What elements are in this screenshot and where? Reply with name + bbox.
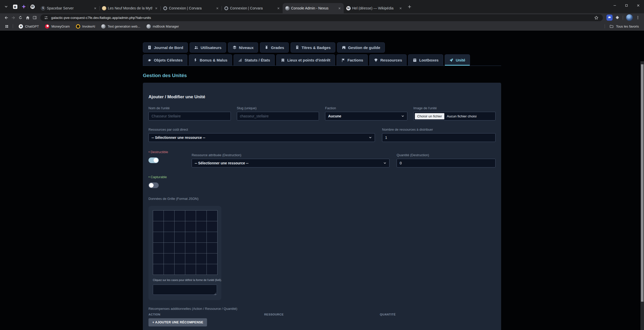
grid-cell[interactable] (164, 253, 175, 264)
unit-name-input[interactable] (148, 112, 231, 120)
grid-json-textarea[interactable] (153, 285, 217, 295)
grid-cell[interactable] (175, 253, 185, 264)
add-reward-button[interactable]: + AJOUTER UNE RÉCOMPENSE (148, 318, 207, 326)
nav-tab-factions[interactable]: Factions (337, 54, 368, 66)
bookmark-invokeai[interactable]: InvokeAI (73, 23, 98, 30)
nav-tab-grades[interactable]: Grades (260, 42, 289, 53)
tab-search-button[interactable] (3, 3, 10, 10)
nav-tab-niveaux[interactable]: Niveaux (228, 42, 258, 53)
url-text[interactable]: galactic-pve-conquest-c7fe.dev.flatlogic… (51, 16, 593, 20)
slug-input[interactable] (237, 112, 319, 120)
grid-cell[interactable] (153, 264, 164, 275)
grid-cell[interactable] (164, 243, 175, 253)
grid-cell[interactable] (185, 221, 196, 232)
nav-tab-journal-de-bord[interactable]: Journal de Bord (143, 42, 188, 53)
home-button[interactable] (24, 14, 31, 21)
tab-close-icon[interactable] (154, 6, 158, 10)
grid-cell[interactable] (175, 221, 185, 232)
grid-cell[interactable] (153, 232, 164, 243)
tab-close-icon[interactable] (276, 6, 281, 10)
grid-cell[interactable] (196, 243, 207, 253)
choose-file-button[interactable]: Choisir un fichier (415, 113, 445, 119)
grid-cell[interactable] (207, 264, 217, 275)
grid-cell[interactable] (153, 243, 164, 253)
apps-shortcut-button[interactable] (3, 23, 10, 30)
bookmark-moneygram[interactable]: MoneyGram (42, 23, 73, 30)
reload-button[interactable] (17, 14, 24, 21)
destructible-toggle[interactable] (148, 157, 159, 163)
grid-cell[interactable] (153, 253, 164, 264)
faction-select[interactable]: Aucune (325, 112, 407, 120)
address-bar[interactable]: galactic-pve-conquest-c7fe.dev.flatlogic… (40, 14, 603, 21)
extension-button[interactable] (606, 15, 613, 21)
grid-cell[interactable] (196, 264, 207, 275)
capturable-toggle[interactable] (148, 182, 159, 188)
close-button[interactable] (632, 0, 644, 11)
tab-close-icon[interactable] (93, 6, 97, 10)
grid-cell[interactable] (185, 211, 196, 221)
bookmark-text-generation-web[interactable]: Text generation web... (98, 23, 143, 30)
scrollbar-thumb[interactable] (641, 64, 643, 302)
nav-tab-objets-celestes[interactable]: Objets Célestes (143, 54, 187, 66)
browser-tab[interactable]: Console Admin - Nexus (283, 3, 344, 13)
new-tab-button[interactable] (406, 3, 413, 10)
nav-tab-unite[interactable]: Unité (445, 54, 470, 66)
bookmark-mdbook-manager[interactable]: mdBook Manager (143, 23, 182, 30)
browser-tab[interactable]: Les Neuf Mondes de la Mytholo (99, 3, 160, 13)
tab-close-icon[interactable] (398, 6, 403, 10)
grid-cell[interactable] (207, 253, 217, 264)
site-settings-button[interactable] (43, 14, 49, 21)
forward-button[interactable] (10, 14, 17, 21)
grid-cell[interactable] (153, 221, 164, 232)
browser-tab[interactable]: WHel (déesse) — Wikipédia (344, 3, 405, 13)
unit-image-file-input[interactable]: Choisir un fichier Aucun fichier choisi (413, 112, 496, 120)
nav-tab-utilisateurs[interactable]: Utilisateurs (190, 42, 226, 53)
grid-cell[interactable] (196, 221, 207, 232)
grid-cell[interactable] (185, 264, 196, 275)
back-button[interactable] (3, 14, 10, 21)
minimize-button[interactable] (609, 0, 620, 11)
grid-cell[interactable] (164, 264, 175, 275)
tab-close-icon[interactable] (215, 6, 220, 10)
nav-tab-lieux-et-points-d-interet[interactable]: Lieux et points d'intérêt (276, 54, 335, 66)
browser-menu-button[interactable] (634, 14, 641, 21)
nav-tab-titres-badges[interactable]: Titres & Badges (291, 42, 335, 53)
cost-resource-select[interactable]: -- Sélectionner une ressource -- (148, 133, 375, 142)
grid-cell[interactable] (196, 232, 207, 243)
grid-cell[interactable] (175, 211, 185, 221)
profile-avatar[interactable] (626, 14, 633, 21)
page-scrollbar[interactable] (640, 61, 644, 330)
bookmark-chatgpt[interactable]: ∗ChatGPT (16, 23, 42, 30)
distribute-count-input[interactable] (382, 133, 496, 142)
grid-cell[interactable] (175, 243, 185, 253)
grid-cell[interactable] (164, 211, 175, 221)
grid-cell[interactable] (164, 232, 175, 243)
grid-cell[interactable] (185, 253, 196, 264)
all-bookmarks-button[interactable]: Tous les favoris (607, 24, 641, 28)
browser-tab[interactable]: Connexion | Corvara (160, 3, 222, 13)
nav-tab-lootboxes[interactable]: Lootboxes (408, 54, 443, 66)
grid-cell[interactable] (207, 221, 217, 232)
grid-cell[interactable] (153, 211, 164, 221)
pinned-tab-gemini[interactable] (19, 2, 28, 11)
browser-tab[interactable]: Connexion | Corvara (222, 3, 283, 13)
nav-tab-gestion-de-guilde[interactable]: Gestion de guilde (337, 42, 385, 53)
grid-cell[interactable] (185, 243, 196, 253)
grid-cell[interactable] (196, 211, 207, 221)
nav-tab-ressources[interactable]: Ressources (369, 54, 407, 66)
nav-tab-bonus-malus[interactable]: Bonus & Malus (189, 54, 232, 66)
maximize-button[interactable] (620, 0, 632, 11)
grid-cell[interactable] (196, 253, 207, 264)
grid-cell[interactable] (185, 232, 196, 243)
grid-cell[interactable] (175, 232, 185, 243)
grid-cell[interactable] (207, 243, 217, 253)
pinned-tab-wordpress[interactable]: W (28, 2, 37, 11)
bookmark-star-button[interactable] (593, 14, 600, 21)
grid-cell[interactable] (175, 264, 185, 275)
destruction-qty-input[interactable] (397, 159, 496, 167)
destruction-resource-select[interactable]: -- Sélectionner une ressource -- (192, 159, 389, 167)
side-panel-button[interactable] (31, 14, 38, 21)
browser-tab[interactable]: SSpacebar Server (38, 3, 99, 13)
extensions-menu-button[interactable] (614, 14, 621, 21)
grid-cell[interactable] (207, 211, 217, 221)
